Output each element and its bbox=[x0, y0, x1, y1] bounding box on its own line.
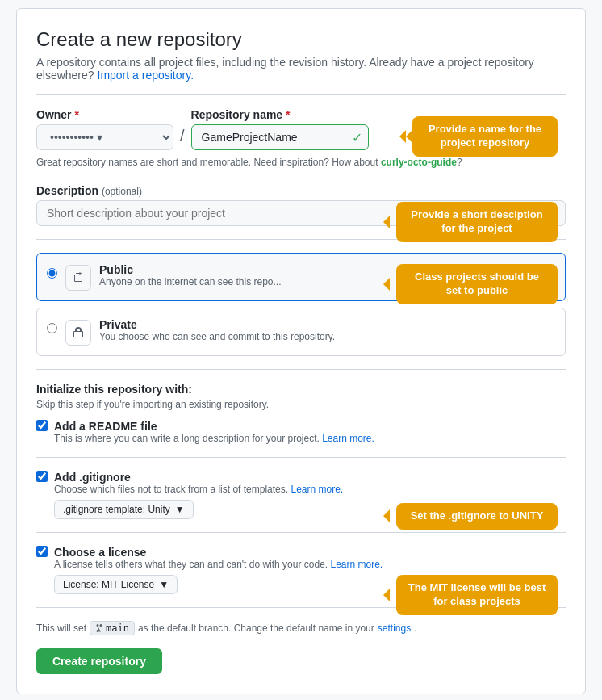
readme-divider bbox=[36, 457, 566, 458]
callout-license: The MIT license will be best for class p… bbox=[396, 575, 558, 615]
repo-name-hint: Great repository names are short and mem… bbox=[36, 157, 566, 168]
readme-option: Add a README file This is where you can … bbox=[36, 420, 566, 444]
gitignore-dropdown[interactable]: .gitignore template: Unity ▼ bbox=[54, 500, 194, 519]
license-dropdown[interactable]: License: MIT License ▼ bbox=[54, 575, 178, 594]
create-repository-button[interactable]: Create repository bbox=[36, 648, 162, 674]
callout-public: Class projects should be set to public bbox=[396, 264, 558, 304]
repo-name-label: Repository name * bbox=[191, 108, 369, 121]
repo-name-group: Repository name * ✓ bbox=[191, 108, 369, 150]
public-text: Public Anyone on the internet can see th… bbox=[99, 263, 281, 287]
gitignore-content: Add .gitignore Choose which files not to… bbox=[54, 471, 343, 519]
readme-content: Add a README file This is where you can … bbox=[54, 420, 374, 444]
license-checkbox[interactable] bbox=[36, 546, 48, 557]
chevron-down-icon-license: ▼ bbox=[159, 579, 169, 590]
gitignore-divider bbox=[36, 532, 566, 533]
gitignore-wrapper: Add .gitignore Choose which files not to… bbox=[36, 471, 566, 519]
callout-gitignore: Set the .gitignore to UNITY bbox=[396, 503, 558, 530]
footer-text: This will set main as the default branch… bbox=[36, 621, 566, 635]
import-link[interactable]: Import a repository. bbox=[98, 69, 194, 82]
page-subtitle: A repository contains all project files,… bbox=[36, 56, 566, 82]
description-label: Description (optional) bbox=[36, 184, 566, 197]
license-wrapper: Choose a license A license tells others … bbox=[36, 546, 566, 594]
init-subtitle: Skip this step if you're importing an ex… bbox=[36, 399, 566, 410]
repo-name-check-icon: ✓ bbox=[352, 130, 362, 145]
slash-separator: / bbox=[180, 123, 185, 150]
init-divider bbox=[36, 369, 566, 370]
public-icon bbox=[65, 265, 91, 291]
gitignore-learn-more[interactable]: Learn more. bbox=[291, 484, 343, 495]
private-icon bbox=[65, 320, 91, 346]
init-section: Initialize this repository with: Skip th… bbox=[36, 383, 566, 594]
visibility-section: Public Anyone on the internet can see th… bbox=[36, 253, 566, 356]
gitignore-checkbox[interactable] bbox=[36, 471, 48, 482]
callout-description: Provide a short desciption for the proje… bbox=[396, 202, 558, 242]
branch-badge: main bbox=[90, 621, 135, 635]
owner-group: Owner * ••••••••••• ▾ bbox=[36, 108, 173, 150]
init-title: Initialize this repository with: bbox=[36, 383, 566, 396]
owner-select[interactable]: ••••••••••• ▾ bbox=[36, 124, 173, 150]
description-optional: (optional) bbox=[102, 186, 142, 197]
readme-desc: This is where you can write a long descr… bbox=[54, 433, 374, 444]
header-divider bbox=[36, 94, 566, 95]
repo-name-wrapper: ✓ bbox=[191, 124, 369, 150]
private-text: Private You choose who can see and commi… bbox=[99, 318, 335, 342]
readme-checkbox[interactable] bbox=[36, 420, 48, 431]
chevron-down-icon: ▼ bbox=[175, 504, 185, 515]
license-content: Choose a license A license tells others … bbox=[54, 546, 383, 594]
owner-required: * bbox=[74, 108, 78, 121]
public-radio[interactable] bbox=[47, 268, 57, 279]
license-learn-more[interactable]: Learn more. bbox=[331, 559, 383, 570]
settings-link[interactable]: settings bbox=[378, 622, 411, 634]
license-desc: A license tells others what they can and… bbox=[54, 559, 383, 570]
callout-repo-name: Provide a name for the project repositor… bbox=[412, 116, 558, 157]
owner-label: Owner * bbox=[36, 108, 173, 121]
repo-name-input[interactable] bbox=[191, 124, 369, 150]
gitignore-desc: Choose which files not to track from a l… bbox=[54, 484, 343, 495]
page-title: Create a new repository bbox=[36, 28, 566, 51]
readme-learn-more[interactable]: Learn more. bbox=[322, 433, 374, 444]
page-container: Create a new repository A repository con… bbox=[16, 8, 586, 694]
private-option[interactable]: Private You choose who can see and commi… bbox=[36, 308, 566, 356]
private-radio[interactable] bbox=[47, 323, 57, 333]
repo-suggestion-link[interactable]: curly-octo-guide bbox=[381, 157, 457, 168]
repo-name-required: * bbox=[286, 108, 290, 121]
